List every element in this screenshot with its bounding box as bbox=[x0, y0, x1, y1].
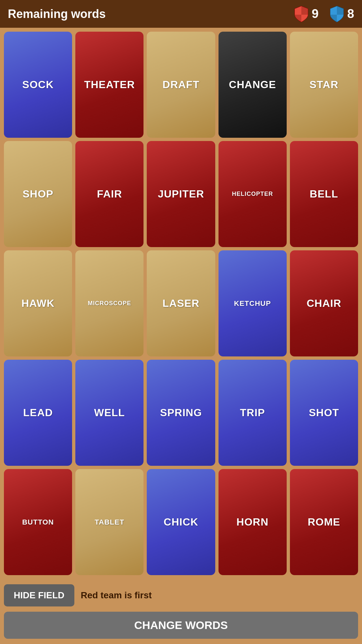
card-text-chick: CHICK bbox=[164, 516, 198, 528]
card-text-star: STAR bbox=[309, 79, 339, 91]
card-text-rome: ROME bbox=[308, 516, 340, 528]
red-score: 9 bbox=[312, 7, 319, 21]
card-trip[interactable]: TRIP bbox=[219, 360, 287, 466]
card-text-laser: LASER bbox=[162, 297, 199, 309]
card-spring[interactable]: SPRING bbox=[147, 360, 215, 466]
blue-shield-icon bbox=[329, 6, 345, 23]
change-words-button[interactable]: CHANGE WORDS bbox=[4, 612, 358, 639]
word-grid: SOCKTHEATERDRAFTCHANGESTARSHOPFAIRJUPITE… bbox=[0, 28, 362, 579]
card-text-fair: FAIR bbox=[97, 188, 122, 200]
card-text-button: BUTTON bbox=[22, 518, 54, 526]
blue-score: 8 bbox=[347, 7, 354, 21]
card-text-draft: DRAFT bbox=[162, 79, 199, 91]
card-text-helicopter: HELICOPTER bbox=[232, 191, 273, 197]
card-laser[interactable]: LASER bbox=[147, 250, 215, 356]
bottom-section: HIDE FIELD Red team is first CHANGE WORD… bbox=[0, 579, 362, 644]
card-shop[interactable]: SHOP bbox=[4, 141, 72, 247]
card-text-microscope: MICROSCOPE bbox=[88, 300, 131, 307]
red-shield-icon bbox=[294, 6, 309, 23]
card-fair[interactable]: FAIR bbox=[75, 141, 143, 247]
bottom-row: HIDE FIELD Red team is first bbox=[4, 584, 358, 606]
header: Remaining words 9 bbox=[0, 0, 362, 28]
card-text-change: CHANGE bbox=[229, 79, 276, 91]
card-button[interactable]: BUTTON bbox=[4, 469, 72, 575]
card-chair[interactable]: CHAIR bbox=[290, 250, 358, 356]
card-horn[interactable]: HORN bbox=[219, 469, 287, 575]
card-shot[interactable]: SHOT bbox=[290, 360, 358, 466]
header-title: Remaining words bbox=[8, 7, 286, 21]
card-theater[interactable]: THEATER bbox=[75, 32, 143, 138]
card-text-horn: HORN bbox=[236, 516, 268, 528]
card-text-tablet: TABLET bbox=[95, 518, 124, 526]
card-text-shot: SHOT bbox=[309, 407, 339, 419]
card-text-sock: SOCK bbox=[22, 79, 53, 91]
card-text-theater: THEATER bbox=[84, 79, 135, 91]
card-text-lead: LEAD bbox=[23, 407, 53, 419]
card-text-jupiter: JUPITER bbox=[158, 188, 204, 200]
card-helicopter[interactable]: HELICOPTER bbox=[219, 141, 287, 247]
card-text-chair: CHAIR bbox=[307, 297, 341, 309]
card-draft[interactable]: DRAFT bbox=[147, 32, 215, 138]
card-star[interactable]: STAR bbox=[290, 32, 358, 138]
card-lead[interactable]: LEAD bbox=[4, 360, 72, 466]
card-sock[interactable]: SOCK bbox=[4, 32, 72, 138]
card-tablet[interactable]: TABLET bbox=[75, 469, 143, 575]
card-chick[interactable]: CHICK bbox=[147, 469, 215, 575]
card-ketchup[interactable]: KETCHUP bbox=[219, 250, 287, 356]
card-text-trip: TRIP bbox=[240, 407, 265, 419]
card-text-shop: SHOP bbox=[23, 188, 53, 200]
card-rome[interactable]: ROME bbox=[290, 469, 358, 575]
card-microscope[interactable]: MICROSCOPE bbox=[75, 250, 143, 356]
hide-field-button[interactable]: HIDE FIELD bbox=[4, 584, 74, 606]
score-section: 9 8 bbox=[294, 6, 354, 23]
card-text-well: WELL bbox=[94, 407, 125, 419]
card-text-ketchup: KETCHUP bbox=[234, 299, 271, 308]
card-text-hawk: HAWK bbox=[22, 297, 55, 309]
team-label: Red team is first bbox=[81, 590, 152, 601]
card-bell[interactable]: BELL bbox=[290, 141, 358, 247]
card-text-bell: BELL bbox=[310, 188, 339, 200]
card-text-spring: SPRING bbox=[160, 407, 202, 419]
card-change[interactable]: CHANGE bbox=[219, 32, 287, 138]
card-well[interactable]: WELL bbox=[75, 360, 143, 466]
card-jupiter[interactable]: JUPITER bbox=[147, 141, 215, 247]
card-hawk[interactable]: HAWK bbox=[4, 250, 72, 356]
red-score-item: 9 bbox=[294, 6, 319, 23]
blue-score-item: 8 bbox=[329, 6, 354, 23]
